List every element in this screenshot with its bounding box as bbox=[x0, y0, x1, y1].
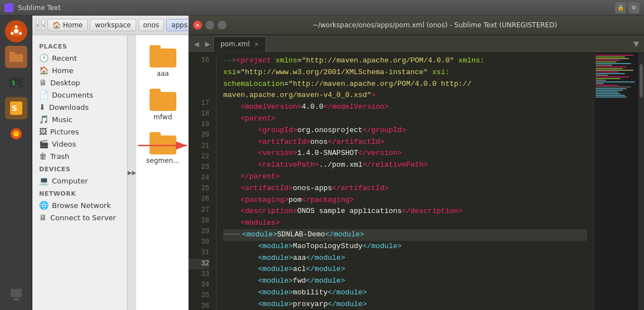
editor-tab-pom[interactable]: pom.xml ✕ bbox=[213, 36, 266, 52]
sidebar-item-label: Pictures bbox=[50, 128, 79, 136]
pictures-icon: 🖼 bbox=[39, 127, 47, 136]
svg-text:S: S bbox=[12, 104, 17, 113]
sidebar-item-documents[interactable]: 📄 Documents bbox=[32, 89, 127, 101]
settings-button[interactable]: ⚙ bbox=[628, 2, 640, 13]
code-line: <module>aaa</module> bbox=[223, 253, 587, 264]
sidebar-item-computer[interactable]: 💻 Computer bbox=[32, 175, 127, 187]
sidebar-item-label: Trash bbox=[50, 152, 69, 161]
home-icon: 🏠 bbox=[39, 66, 49, 75]
tab-dropdown-button[interactable]: ▼ bbox=[631, 38, 642, 50]
sidebar-item-browse-network[interactable]: 🌐 Browse Network bbox=[32, 199, 127, 211]
sidebar-item-pictures[interactable]: 🖼 Pictures bbox=[32, 125, 127, 138]
minimap bbox=[594, 53, 638, 310]
sidebar-item-music[interactable]: 🎵 Music bbox=[32, 113, 127, 125]
code-line: <module>MaoTopologyStudy</module> bbox=[223, 241, 587, 253]
dock-item-terminal[interactable]: $_ bbox=[5, 71, 27, 94]
file-label: segmen... bbox=[146, 157, 179, 164]
list-item[interactable]: mfwd bbox=[143, 85, 182, 124]
sidebar-item-label: Videos bbox=[52, 140, 76, 148]
sidebar-item-videos[interactable]: 🎬 Videos bbox=[32, 138, 127, 150]
path-workspace-label: workspace bbox=[95, 21, 131, 29]
arrow-indicator bbox=[138, 140, 188, 153]
folder-icon bbox=[150, 89, 176, 111]
path-onos-button[interactable]: onos bbox=[138, 19, 165, 31]
sidebar-item-label: Recent bbox=[52, 54, 77, 62]
svg-rect-15 bbox=[12, 299, 20, 301]
folder-icon bbox=[150, 45, 176, 67]
editor-max-button[interactable] bbox=[218, 21, 227, 30]
app-icon bbox=[4, 3, 13, 12]
code-line: <artifactId>onos</artifactId> bbox=[223, 137, 587, 148]
code-line: <modelVersion>4.0.0</modelVersion> bbox=[223, 101, 587, 113]
tab-bar: ◀ ▶ pom.xml ✕ ▼ bbox=[189, 35, 644, 53]
code-line: <module>fwd</module> bbox=[223, 275, 587, 287]
sidebar-item-connect-server[interactable]: 🖥 Connect to Server bbox=[32, 211, 127, 224]
sidebar-item-label: Computer bbox=[52, 177, 88, 185]
path-workspace-button[interactable]: workspace bbox=[90, 19, 136, 31]
list-item[interactable]: pim bbox=[187, 85, 188, 124]
recent-icon: 🕐 bbox=[39, 54, 49, 62]
nav-forward-button[interactable]: › bbox=[41, 19, 45, 31]
sidebar-item-desktop[interactable]: 🖥 Desktop bbox=[32, 76, 127, 89]
svg-text:$_: $_ bbox=[12, 80, 19, 86]
svg-point-3 bbox=[19, 32, 22, 35]
list-item[interactable]: aaa bbox=[143, 42, 182, 81]
music-icon: 🎵 bbox=[39, 115, 49, 124]
places-section-title: Places bbox=[32, 40, 127, 52]
sidebar-item-home[interactable]: 🏠 Home bbox=[32, 64, 127, 76]
code-line: <groupId>org.onosproject</groupId> bbox=[223, 125, 587, 137]
titlebar: Sublime Text 🔒 ⚙ bbox=[0, 0, 644, 16]
minimap-content bbox=[594, 53, 638, 99]
sidebar-item-downloads[interactable]: ⬇ Downloads bbox=[32, 101, 127, 113]
sidebar-item-label: Home bbox=[52, 66, 73, 75]
documents-icon: 📄 bbox=[39, 90, 49, 99]
home-icon: 🏠 bbox=[52, 21, 61, 29]
editor-area: ✕ ~/workspace/onos/apps/pom.xml (onos) -… bbox=[189, 16, 644, 310]
svg-rect-6 bbox=[9, 52, 15, 55]
scrollbar-thumb[interactable] bbox=[640, 64, 643, 98]
list-item[interactable]: <? xml pom.xml bbox=[187, 129, 188, 175]
svg-point-1 bbox=[14, 29, 18, 33]
videos-icon: 🎬 bbox=[39, 139, 49, 148]
dock-item-settings[interactable] bbox=[5, 283, 27, 306]
dock-item-firefox[interactable] bbox=[5, 123, 27, 145]
sidebar-item-recent[interactable]: 🕐 Recent bbox=[32, 52, 127, 64]
dock-item-sublime[interactable]: S bbox=[5, 97, 27, 119]
dock-item-home[interactable] bbox=[5, 20, 27, 42]
editor-titlebar: ✕ ~/workspace/onos/apps/pom.xml (onos) -… bbox=[189, 16, 644, 35]
list-item[interactable]: demo bbox=[187, 42, 188, 81]
dock: $_ S bbox=[0, 16, 32, 310]
nav-back-button[interactable]: ‹ bbox=[36, 19, 39, 31]
trash-icon: 🗑 bbox=[39, 152, 47, 161]
sidebar-item-trash[interactable]: 🗑 Trash bbox=[32, 150, 127, 162]
svg-rect-13 bbox=[11, 289, 22, 297]
code-line: --><project xmlns="http://maven.apache.o… bbox=[223, 55, 587, 67]
computer-icon: 💻 bbox=[39, 176, 49, 185]
minimize-button[interactable]: 🔒 bbox=[615, 2, 626, 13]
sidebar-item-label: Browse Network bbox=[52, 201, 111, 210]
code-editor[interactable]: --><project xmlns="http://maven.apache.o… bbox=[217, 53, 594, 310]
panel-toggle[interactable]: ▶ ▶ bbox=[127, 35, 136, 310]
code-line: <version>1.4.0-SNAPSHOT</version> bbox=[223, 148, 587, 159]
editor-close-button[interactable]: ✕ bbox=[193, 21, 202, 30]
editor-scrollbar[interactable] bbox=[638, 53, 644, 310]
tab-close-button[interactable]: ✕ bbox=[254, 41, 259, 47]
sidebar-item-label: Documents bbox=[52, 91, 93, 99]
path-home-button[interactable]: 🏠 Home bbox=[47, 19, 88, 31]
sidebar-item-label: Connect to Server bbox=[50, 214, 116, 222]
code-line: </parent> bbox=[223, 171, 587, 183]
file-label: aaa bbox=[157, 70, 169, 78]
path-onos-label: onos bbox=[143, 21, 160, 29]
editor-min-button[interactable] bbox=[205, 21, 214, 30]
svg-point-4 bbox=[11, 32, 13, 35]
code-line: schemaLocation="http://maven.apache.org/… bbox=[223, 79, 587, 90]
editor-content: 16 17 18 19 20 21 22 23 24 25 26 27 28 bbox=[189, 53, 644, 310]
tab-nav-left[interactable]: ◀ bbox=[191, 38, 202, 50]
code-line: <parent> bbox=[223, 113, 587, 125]
dock-item-files[interactable] bbox=[5, 46, 27, 68]
downloads-icon: ⬇ bbox=[39, 103, 46, 112]
code-line: <packaging>pom</packaging> bbox=[223, 195, 587, 206]
window-controls: 🔒 ⚙ bbox=[615, 2, 640, 13]
browse-network-icon: 🌐 bbox=[39, 201, 49, 210]
tab-nav-right[interactable]: ▶ bbox=[202, 38, 213, 50]
